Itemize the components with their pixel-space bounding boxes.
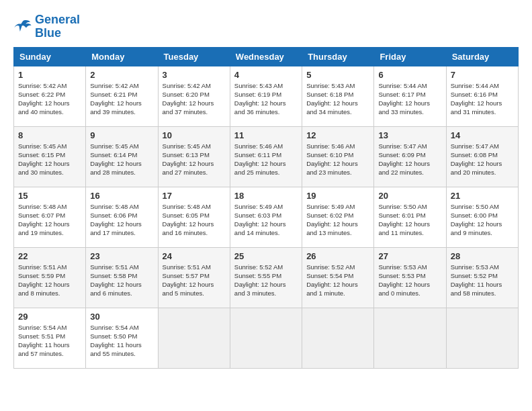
day-info: Sunrise: 5:45 AM Sunset: 6:14 PM Dayligh… [90,142,153,177]
day-info: Sunrise: 5:47 AM Sunset: 6:09 PM Dayligh… [378,142,441,177]
day-cell: 12Sunrise: 5:46 AM Sunset: 6:10 PM Dayli… [302,126,374,187]
day-cell: 26Sunrise: 5:52 AM Sunset: 5:54 PM Dayli… [302,247,374,308]
day-cell: 15Sunrise: 5:48 AM Sunset: 6:07 PM Dayli… [14,187,86,247]
day-number: 6 [378,70,441,80]
day-cell: 5Sunrise: 5:43 AM Sunset: 6:18 PM Daylig… [302,66,374,126]
day-number: 15 [18,191,81,201]
day-info: Sunrise: 5:44 AM Sunset: 6:17 PM Dayligh… [378,81,441,117]
day-cell: 11Sunrise: 5:46 AM Sunset: 6:11 PM Dayli… [230,126,302,187]
day-cell: 17Sunrise: 5:48 AM Sunset: 6:05 PM Dayli… [158,187,230,247]
day-info: Sunrise: 5:42 AM Sunset: 6:21 PM Dayligh… [90,81,153,117]
day-number: 19 [306,191,369,201]
day-info: Sunrise: 5:49 AM Sunset: 6:03 PM Dayligh… [234,202,298,238]
week-row: 8Sunrise: 5:45 AM Sunset: 6:15 PM Daylig… [14,126,519,187]
day-cell: 21Sunrise: 5:50 AM Sunset: 6:00 PM Dayli… [446,187,518,247]
day-info: Sunrise: 5:45 AM Sunset: 6:15 PM Dayligh… [18,142,81,177]
day-cell: 19Sunrise: 5:49 AM Sunset: 6:02 PM Dayli… [302,187,374,247]
day-number: 22 [18,251,81,261]
day-info: Sunrise: 5:46 AM Sunset: 6:10 PM Dayligh… [306,142,369,177]
week-row: 22Sunrise: 5:51 AM Sunset: 5:59 PM Dayli… [14,247,519,308]
day-cell: 10Sunrise: 5:45 AM Sunset: 6:13 PM Dayli… [158,126,230,187]
day-number: 1 [18,70,81,80]
day-cell: 24Sunrise: 5:51 AM Sunset: 5:57 PM Dayli… [158,247,230,308]
day-info: Sunrise: 5:42 AM Sunset: 6:22 PM Dayligh… [18,81,81,117]
day-info: Sunrise: 5:52 AM Sunset: 5:55 PM Dayligh… [234,263,298,298]
day-number: 20 [378,191,441,201]
day-number: 5 [306,70,369,80]
day-cell [302,308,374,368]
day-number: 21 [451,191,514,201]
day-cell: 9Sunrise: 5:45 AM Sunset: 6:14 PM Daylig… [86,126,158,187]
day-number: 24 [163,251,226,261]
header-cell-friday: Friday [374,47,446,66]
day-cell: 16Sunrise: 5:48 AM Sunset: 6:06 PM Dayli… [86,187,158,247]
day-cell [230,308,302,368]
day-info: Sunrise: 5:48 AM Sunset: 6:06 PM Dayligh… [90,202,153,238]
calendar-body: 1Sunrise: 5:42 AM Sunset: 6:22 PM Daylig… [14,66,519,368]
day-cell: 1Sunrise: 5:42 AM Sunset: 6:22 PM Daylig… [14,66,86,126]
day-number: 12 [306,130,369,140]
day-cell: 13Sunrise: 5:47 AM Sunset: 6:09 PM Dayli… [374,126,446,187]
header-cell-monday: Monday [86,47,158,66]
day-cell: 28Sunrise: 5:53 AM Sunset: 5:52 PM Dayli… [446,247,518,308]
calendar-table: SundayMondayTuesdayWednesdayThursdayFrid… [13,47,519,369]
header-cell-tuesday: Tuesday [158,47,230,66]
day-info: Sunrise: 5:46 AM Sunset: 6:11 PM Dayligh… [234,142,298,177]
day-number: 14 [451,130,514,140]
day-number: 26 [306,251,369,261]
day-cell: 18Sunrise: 5:49 AM Sunset: 6:03 PM Dayli… [230,187,302,247]
day-cell: 3Sunrise: 5:42 AM Sunset: 6:20 PM Daylig… [158,66,230,126]
day-info: Sunrise: 5:45 AM Sunset: 6:13 PM Dayligh… [163,142,226,177]
day-cell: 4Sunrise: 5:43 AM Sunset: 6:19 PM Daylig… [230,66,302,126]
week-row: 1Sunrise: 5:42 AM Sunset: 6:22 PM Daylig… [14,66,519,126]
week-row: 29Sunrise: 5:54 AM Sunset: 5:51 PM Dayli… [14,308,519,368]
page-header: General Blue [13,13,519,40]
week-row: 15Sunrise: 5:48 AM Sunset: 6:07 PM Dayli… [14,187,519,247]
day-number: 18 [234,191,298,201]
logo-text: General Blue [35,13,80,40]
day-cell: 30Sunrise: 5:54 AM Sunset: 5:50 PM Dayli… [86,308,158,368]
day-info: Sunrise: 5:53 AM Sunset: 5:52 PM Dayligh… [451,263,514,298]
day-cell: 14Sunrise: 5:47 AM Sunset: 6:08 PM Dayli… [446,126,518,187]
header-cell-wednesday: Wednesday [230,47,302,66]
day-info: Sunrise: 5:52 AM Sunset: 5:54 PM Dayligh… [306,263,369,298]
day-info: Sunrise: 5:48 AM Sunset: 6:05 PM Dayligh… [163,202,226,238]
day-cell: 6Sunrise: 5:44 AM Sunset: 6:17 PM Daylig… [374,66,446,126]
day-info: Sunrise: 5:51 AM Sunset: 5:59 PM Dayligh… [18,263,81,298]
day-info: Sunrise: 5:50 AM Sunset: 6:00 PM Dayligh… [451,202,514,238]
day-info: Sunrise: 5:50 AM Sunset: 6:01 PM Dayligh… [378,202,441,238]
day-cell: 25Sunrise: 5:52 AM Sunset: 5:55 PM Dayli… [230,247,302,308]
header-cell-saturday: Saturday [446,47,518,66]
day-cell [374,308,446,368]
day-number: 17 [163,191,226,201]
day-cell [446,308,518,368]
day-number: 4 [234,70,298,80]
day-number: 28 [451,251,514,261]
day-cell [158,308,230,368]
day-cell: 8Sunrise: 5:45 AM Sunset: 6:15 PM Daylig… [14,126,86,187]
day-number: 29 [18,312,81,322]
day-number: 3 [163,70,226,80]
day-number: 23 [90,251,153,261]
day-info: Sunrise: 5:54 AM Sunset: 5:51 PM Dayligh… [18,323,81,359]
day-info: Sunrise: 5:49 AM Sunset: 6:02 PM Dayligh… [306,202,369,238]
day-cell: 29Sunrise: 5:54 AM Sunset: 5:51 PM Dayli… [14,308,86,368]
logo-icon [13,17,32,36]
day-number: 13 [378,130,441,140]
day-number: 9 [90,130,153,140]
day-number: 10 [163,130,226,140]
day-info: Sunrise: 5:51 AM Sunset: 5:58 PM Dayligh… [90,263,153,298]
header-row: SundayMondayTuesdayWednesdayThursdayFrid… [14,47,519,66]
day-cell: 23Sunrise: 5:51 AM Sunset: 5:58 PM Dayli… [86,247,158,308]
day-info: Sunrise: 5:42 AM Sunset: 6:20 PM Dayligh… [163,81,226,117]
logo: General Blue [13,13,80,40]
day-number: 11 [234,130,298,140]
day-info: Sunrise: 5:43 AM Sunset: 6:18 PM Dayligh… [306,81,369,117]
day-info: Sunrise: 5:47 AM Sunset: 6:08 PM Dayligh… [451,142,514,177]
day-info: Sunrise: 5:51 AM Sunset: 5:57 PM Dayligh… [163,263,226,298]
calendar-header: SundayMondayTuesdayWednesdayThursdayFrid… [14,47,519,66]
header-cell-thursday: Thursday [302,47,374,66]
day-cell: 20Sunrise: 5:50 AM Sunset: 6:01 PM Dayli… [374,187,446,247]
day-number: 25 [234,251,298,261]
day-cell: 22Sunrise: 5:51 AM Sunset: 5:59 PM Dayli… [14,247,86,308]
